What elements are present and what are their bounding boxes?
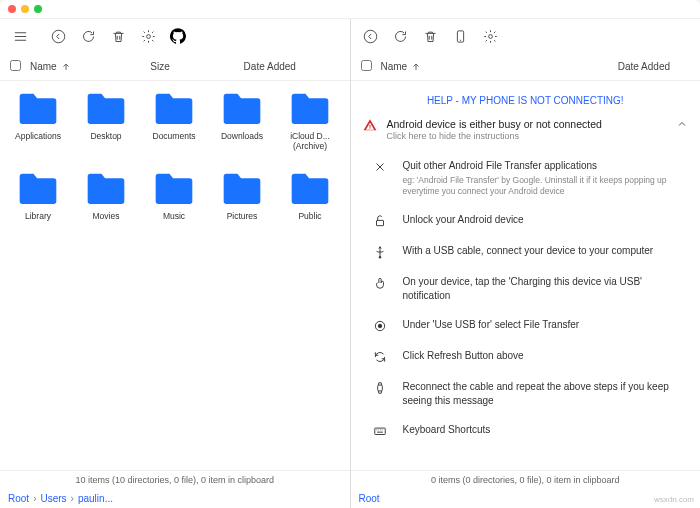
pane-local: Name Size Date Added ApplicationsDesktop…: [0, 19, 351, 508]
zoom-traffic-light[interactable]: [34, 5, 42, 13]
trash-icon[interactable]: [104, 22, 132, 50]
folder-item[interactable]: Downloads: [208, 91, 276, 171]
watch-icon: [371, 380, 389, 395]
gear-icon[interactable]: [134, 22, 162, 50]
statusbar-local: 10 items (10 directories, 0 file), 0 ite…: [0, 470, 350, 488]
close-traffic-light[interactable]: [8, 5, 16, 13]
step-text: On your device, tap the 'Charging this d…: [403, 275, 687, 302]
pane-device: Name Date Added HELP - MY PHONE IS NOT C…: [351, 19, 701, 508]
usb-icon: [371, 244, 389, 259]
col-name[interactable]: Name: [30, 61, 57, 72]
instruction-step: Quit other Android File Transfer applica…: [351, 151, 701, 205]
svg-rect-9: [377, 386, 382, 392]
step-text: Under 'Use USB for' select File Transfer: [403, 318, 687, 332]
folder-name: iCloud D... (Archive): [280, 131, 340, 151]
sort-asc-icon: [411, 62, 421, 72]
folder-item[interactable]: iCloud D... (Archive): [276, 91, 344, 171]
col-name[interactable]: Name: [381, 61, 408, 72]
step-text: With a USB cable, connect your device to…: [403, 244, 687, 258]
svg-rect-10: [374, 429, 385, 435]
file-grid-local: ApplicationsDesktopDocumentsDownloadsiCl…: [0, 81, 350, 470]
breadcrumb-device: Root: [351, 488, 701, 508]
minimize-traffic-light[interactable]: [21, 5, 29, 13]
keyboard-icon: [371, 423, 389, 438]
sync-icon: [371, 349, 389, 364]
folder-icon: [84, 91, 128, 127]
unlock-icon: [371, 213, 389, 228]
warning-title: Android device is either busy or not con…: [387, 118, 667, 130]
back-icon[interactable]: [357, 22, 385, 50]
folder-item[interactable]: Library: [4, 171, 72, 251]
folder-item[interactable]: Music: [140, 171, 208, 251]
folder-name: Library: [25, 211, 51, 221]
instruction-step: Keyboard Shortcuts: [351, 415, 701, 446]
trash-icon[interactable]: [417, 22, 445, 50]
select-all-device[interactable]: [361, 60, 372, 71]
refresh-icon[interactable]: [387, 22, 415, 50]
instruction-step: Unlock your Android device: [351, 205, 701, 236]
toolbar-local: [0, 19, 350, 53]
folder-name: Movies: [93, 211, 120, 221]
folder-icon: [16, 171, 60, 207]
refresh-icon[interactable]: [74, 22, 102, 50]
svg-point-4: [489, 34, 493, 38]
folder-item[interactable]: Public: [276, 171, 344, 251]
warning-subtitle: Click here to hide the instructions: [387, 131, 667, 141]
folder-name: Public: [298, 211, 321, 221]
step-text: Click Refresh Button above: [403, 349, 687, 363]
warning-icon: [363, 118, 377, 134]
app-window: Name Size Date Added ApplicationsDesktop…: [0, 0, 700, 508]
svg-point-0: [52, 30, 65, 43]
breadcrumb-item[interactable]: Root: [8, 493, 29, 504]
folder-item[interactable]: Pictures: [208, 171, 276, 251]
help-link[interactable]: HELP - MY PHONE IS NOT CONNECTING!: [427, 95, 624, 106]
step-text: Keyboard Shortcuts: [403, 423, 687, 437]
breadcrumb-item[interactable]: Root: [359, 493, 380, 504]
folder-name: Music: [163, 211, 185, 221]
github-icon[interactable]: [164, 22, 192, 50]
folder-icon: [152, 91, 196, 127]
breadcrumb-sep: ›: [71, 493, 74, 504]
step-subtext: eg: 'Android File Transfer' by Google. U…: [403, 175, 687, 198]
folder-icon: [220, 91, 264, 127]
folder-name: Pictures: [227, 211, 258, 221]
warning-banner[interactable]: Android device is either busy or not con…: [351, 112, 701, 151]
svg-point-1: [146, 34, 150, 38]
folder-name: Documents: [153, 131, 196, 141]
svg-point-6: [379, 257, 381, 259]
instruction-step: Under 'Use USB for' select File Transfer: [351, 310, 701, 341]
column-header-local: Name Size Date Added: [0, 53, 350, 81]
breadcrumb-item[interactable]: Users: [40, 493, 66, 504]
folder-item[interactable]: Movies: [72, 171, 140, 251]
phone-icon[interactable]: [447, 22, 475, 50]
folder-name: Applications: [15, 131, 61, 141]
col-date[interactable]: Date Added: [200, 61, 340, 72]
back-icon[interactable]: [44, 22, 72, 50]
close-icon: [371, 159, 389, 174]
source-watermark: wsxdn.com: [654, 495, 694, 504]
folder-item[interactable]: Desktop: [72, 91, 140, 171]
step-text: Quit other Android File Transfer applica…: [403, 159, 687, 173]
menu-icon[interactable]: [6, 22, 34, 50]
select-all-local[interactable]: [10, 60, 21, 71]
toolbar-device: [351, 19, 701, 53]
breadcrumb-item[interactable]: paulin...: [78, 493, 113, 504]
instruction-step: Reconnect the cable and repeat the above…: [351, 372, 701, 415]
titlebar: [0, 0, 700, 18]
instruction-step: On your device, tap the 'Charging this d…: [351, 267, 701, 310]
step-text: Reconnect the cable and repeat the above…: [403, 380, 687, 407]
column-header-device: Name Date Added: [351, 53, 701, 81]
breadcrumb-sep: ›: [33, 493, 36, 504]
col-size[interactable]: Size: [120, 61, 200, 72]
chevron-up-icon: [676, 118, 688, 132]
folder-icon: [288, 91, 332, 127]
svg-rect-5: [376, 221, 383, 226]
breadcrumb-local: Root›Users›paulin...: [0, 488, 350, 508]
folder-item[interactable]: Documents: [140, 91, 208, 171]
folder-name: Desktop: [90, 131, 121, 141]
panes: Name Size Date Added ApplicationsDesktop…: [0, 18, 700, 508]
radio-icon: [371, 318, 389, 333]
col-date[interactable]: Date Added: [471, 61, 691, 72]
folder-item[interactable]: Applications: [4, 91, 72, 171]
gear-icon[interactable]: [477, 22, 505, 50]
